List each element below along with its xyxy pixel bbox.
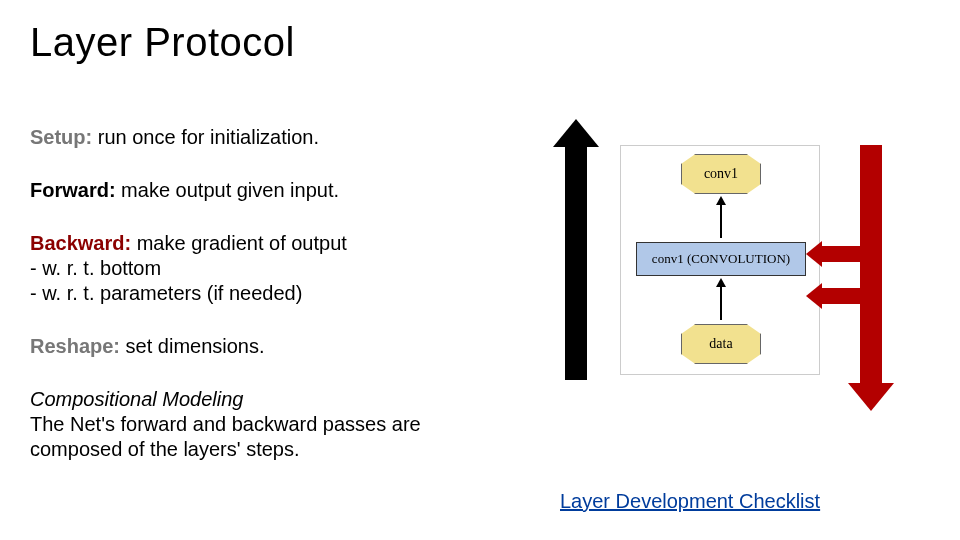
backward-bullet-1: - w. r. t. bottom xyxy=(30,257,161,279)
node-conv1: conv1 xyxy=(681,154,761,194)
compositional-body: The Net's forward and backward passes ar… xyxy=(30,413,421,460)
backward-bullet-2: - w. r. t. parameters (if needed) xyxy=(30,282,302,304)
layer-diagram: conv1 conv1 (CONVOLUTION) data xyxy=(620,145,820,375)
layer-dev-checklist-link[interactable]: Layer Development Checklist xyxy=(560,490,820,513)
compositional-heading: Compositional Modeling xyxy=(30,388,243,410)
text-column: Setup: run once for initialization. Forw… xyxy=(30,125,500,462)
slide: Layer Protocol Setup: run once for initi… xyxy=(0,0,960,540)
backward-arrow-icon xyxy=(860,145,882,385)
forward-arrow-icon xyxy=(565,145,587,380)
backward-text: make gradient of output xyxy=(131,232,347,254)
edge-arrow-1-icon xyxy=(720,204,722,238)
backward-block: Backward: make gradient of output - w. r… xyxy=(30,231,500,306)
setup-text: run once for initialization. xyxy=(92,126,319,148)
setup-label: Setup: xyxy=(30,126,92,148)
forward-label: Forward: xyxy=(30,179,116,201)
edge-arrow-2-icon xyxy=(720,286,722,320)
forward-text: make output given input. xyxy=(116,179,339,201)
node-convolution: conv1 (CONVOLUTION) xyxy=(636,242,806,276)
setup-line: Setup: run once for initialization. xyxy=(30,125,500,150)
node-data: data xyxy=(681,324,761,364)
compositional-block: Compositional Modeling The Net's forward… xyxy=(30,387,500,462)
reshape-line: Reshape: set dimensions. xyxy=(30,334,500,359)
forward-line: Forward: make output given input. xyxy=(30,178,500,203)
reshape-text: set dimensions. xyxy=(120,335,265,357)
slide-title: Layer Protocol xyxy=(30,20,930,65)
backward-label: Backward: xyxy=(30,232,131,254)
reshape-label: Reshape: xyxy=(30,335,120,357)
